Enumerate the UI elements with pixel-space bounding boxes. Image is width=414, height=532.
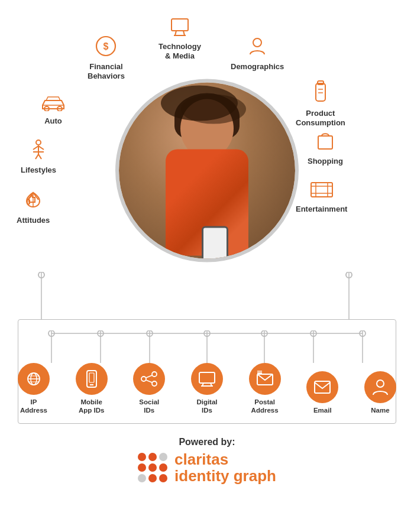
claritas-dot-7 bbox=[148, 474, 157, 482]
identity-item-mobile: MobileApp IDs bbox=[76, 363, 108, 415]
claritas-sub: identity graph bbox=[174, 468, 276, 485]
entertainment-label: Entertainment bbox=[296, 205, 347, 214]
svg-rect-53 bbox=[89, 373, 94, 382]
top-section: $ FinancialBehaviors Technology& Media bbox=[0, 0, 414, 319]
svg-point-67 bbox=[377, 380, 384, 387]
svg-point-6 bbox=[253, 38, 261, 47]
ip-label: IPAddress bbox=[20, 398, 47, 415]
demographics-label: Demographics bbox=[231, 62, 284, 72]
shopping-label: Shopping bbox=[308, 157, 343, 166]
label-product: ProductConsumption bbox=[296, 80, 345, 127]
demographics-icon bbox=[247, 35, 268, 60]
label-shopping: Shopping bbox=[308, 130, 343, 166]
svg-text:$: $ bbox=[104, 41, 109, 51]
label-auto: Auto bbox=[40, 95, 66, 126]
email-label: Email bbox=[313, 407, 332, 415]
product-label: ProductConsumption bbox=[296, 109, 345, 127]
label-attitudes: Attitudes bbox=[17, 189, 50, 225]
claritas-dot-0 bbox=[138, 453, 146, 461]
svg-line-57 bbox=[146, 375, 152, 378]
identity-item-name: Name bbox=[364, 371, 396, 415]
email-icon-circle bbox=[306, 371, 338, 403]
svg-point-56 bbox=[152, 381, 157, 386]
svg-rect-12 bbox=[311, 183, 332, 197]
financial-label: FinancialBehaviors bbox=[88, 62, 125, 80]
identity-box: IPAddress MobileApp IDs bbox=[18, 319, 396, 424]
label-lifestyles: Lifestyles bbox=[21, 139, 56, 175]
identity-item-social: SocialIDs bbox=[133, 363, 165, 415]
svg-rect-66 bbox=[315, 381, 330, 393]
identity-icons-row: IPAddress MobileApp IDs bbox=[18, 363, 396, 415]
identity-item-postal: PostalAddress bbox=[249, 363, 281, 415]
postal-icon-circle bbox=[249, 363, 281, 395]
name-icon-circle bbox=[364, 371, 396, 403]
identity-item-digital: DigitalIDs bbox=[191, 363, 223, 415]
svg-line-22 bbox=[35, 154, 38, 159]
claritas-dot-2 bbox=[159, 453, 167, 461]
svg-line-23 bbox=[38, 154, 41, 159]
lifestyles-label: Lifestyles bbox=[21, 166, 56, 175]
svg-rect-11 bbox=[318, 136, 332, 149]
claritas-dot-4 bbox=[148, 463, 157, 472]
technology-label: Technology& Media bbox=[159, 42, 201, 60]
digital-icon-circle bbox=[191, 363, 223, 395]
svg-line-4 bbox=[183, 31, 185, 35]
powered-by-text: Powered by: bbox=[179, 437, 235, 447]
financial-icon: $ bbox=[95, 35, 117, 60]
social-icon-circle bbox=[133, 363, 165, 395]
claritas-dot-3 bbox=[138, 463, 146, 472]
attitudes-label: Attitudes bbox=[17, 216, 50, 225]
svg-line-58 bbox=[146, 380, 152, 382]
label-entertainment: Entertainment bbox=[296, 180, 347, 214]
claritas-logo: claritas identity graph bbox=[138, 451, 276, 485]
lifestyles-icon bbox=[28, 139, 48, 163]
claritas-dot-grid bbox=[138, 453, 167, 482]
connector-lines-identity bbox=[35, 330, 379, 363]
svg-rect-7 bbox=[316, 83, 325, 101]
social-label: SocialIDs bbox=[139, 398, 159, 415]
svg-line-3 bbox=[175, 31, 176, 35]
svg-point-54 bbox=[152, 372, 157, 377]
name-label: Name bbox=[371, 407, 389, 415]
label-financial: $ FinancialBehaviors bbox=[88, 35, 125, 80]
identity-item-ip: IPAddress bbox=[18, 363, 50, 415]
label-demographics: Demographics bbox=[231, 35, 284, 72]
auto-icon bbox=[40, 95, 66, 114]
technology-icon bbox=[169, 18, 190, 40]
svg-rect-2 bbox=[172, 19, 188, 31]
main-container: $ FinancialBehaviors Technology& Media bbox=[0, 0, 414, 532]
claritas-dot-8 bbox=[159, 474, 167, 482]
claritas-dot-1 bbox=[148, 453, 157, 461]
attitudes-icon bbox=[23, 189, 43, 213]
claritas-name: claritas bbox=[174, 451, 276, 468]
postal-label: PostalAddress bbox=[251, 398, 279, 415]
svg-rect-59 bbox=[199, 372, 215, 383]
claritas-text-block: claritas identity graph bbox=[174, 451, 276, 485]
shopping-icon bbox=[315, 130, 335, 154]
identity-section: IPAddress MobileApp IDs bbox=[0, 313, 414, 485]
ip-icon-circle bbox=[18, 363, 50, 395]
label-technology: Technology& Media bbox=[159, 18, 201, 60]
connector-lines-top bbox=[18, 272, 396, 319]
center-photo-circle bbox=[115, 79, 299, 262]
product-icon bbox=[311, 80, 330, 106]
mobile-label: MobileApp IDs bbox=[79, 398, 104, 415]
svg-point-55 bbox=[141, 377, 146, 381]
claritas-dot-5 bbox=[159, 463, 167, 472]
mobile-icon-circle bbox=[76, 363, 108, 395]
auto-label: Auto bbox=[44, 116, 62, 126]
digital-label: DigitalIDs bbox=[196, 398, 217, 415]
powered-by-section: Powered by: claritas identity graph bbox=[138, 437, 276, 485]
claritas-dot-6 bbox=[138, 474, 146, 482]
identity-item-email: Email bbox=[306, 371, 338, 415]
entertainment-icon bbox=[310, 180, 334, 202]
svg-point-19 bbox=[36, 140, 41, 145]
